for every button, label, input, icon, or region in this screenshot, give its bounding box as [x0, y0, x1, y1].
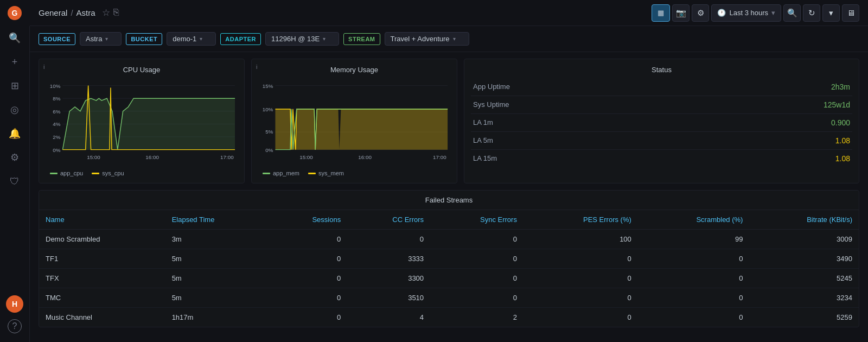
table-row: Demo Scrambled 3m 0 0 0 100 99 3009 [39, 230, 859, 249]
display-button[interactable]: 🖥 [842, 4, 859, 22]
col-sync-errors[interactable]: Sync Errors [430, 210, 524, 230]
add-icon[interactable]: + [0, 50, 30, 74]
svg-text:10%: 10% [263, 106, 273, 112]
status-row-sys-uptime: Sys Uptime 125w1d [471, 96, 852, 114]
memory-legend: app_mem sys_mem [258, 170, 450, 176]
help-icon[interactable]: ? [8, 319, 22, 333]
cell-elapsed: 5m [165, 288, 270, 308]
cell-bitrate: 3009 [749, 230, 859, 249]
cpu-chart-panel: i CPU Usage 10% 8% 6% 4% 2% 0% [39, 59, 245, 183]
camera-button[interactable]: 📷 [672, 4, 690, 22]
svg-text:8%: 8% [53, 96, 60, 102]
memory-info-icon[interactable]: i [256, 64, 257, 70]
la15m-label: LA 15m [473, 154, 497, 163]
cell-sessions: 0 [270, 230, 347, 249]
svg-marker-29 [275, 109, 448, 150]
cell-pes-errors: 0 [524, 269, 638, 288]
la5m-label: LA 5m [473, 136, 493, 145]
cell-pes-errors: 0 [524, 249, 638, 269]
sys-uptime-value: 125w1d [824, 100, 850, 109]
status-row-la1m: LA 1m 0.900 [471, 114, 852, 132]
explore-icon[interactable]: ◎ [0, 98, 30, 122]
cell-pes-errors: 0 [524, 308, 638, 327]
cell-elapsed: 5m [165, 269, 270, 288]
col-elapsed[interactable]: Elapsed Time [165, 210, 270, 230]
cell-bitrate: 3234 [749, 288, 859, 308]
stream-value: Travel + Adventure [391, 35, 450, 43]
svg-text:4%: 4% [53, 121, 60, 127]
source-dropdown[interactable]: Astra ▾ [80, 32, 122, 46]
sys-cpu-color [92, 173, 99, 174]
cell-cc-errors: 3300 [347, 269, 430, 288]
col-sessions[interactable]: Sessions [270, 210, 347, 230]
shield-icon[interactable]: 🛡 [0, 169, 30, 193]
cell-bitrate: 3490 [749, 249, 859, 269]
svg-text:17:00: 17:00 [433, 154, 446, 160]
cell-pes-errors: 100 [524, 230, 638, 249]
app-cpu-label: app_cpu [60, 170, 83, 176]
app-uptime-label: App Uptime [473, 83, 510, 91]
dropdown-button[interactable]: ▾ [822, 4, 840, 22]
cell-sync-errors: 0 [430, 230, 524, 249]
col-cc-errors[interactable]: CC Errors [347, 210, 430, 230]
la5m-value: 1.08 [835, 136, 850, 145]
cell-name: Demo Scrambled [39, 230, 165, 249]
sys-mem-color [308, 173, 316, 174]
adapter-value: 11296H @ 13E [271, 35, 320, 43]
share-icon[interactable]: ⎘ [113, 7, 119, 18]
table-row: TFX 5m 0 3300 0 0 0 5245 [39, 269, 859, 288]
charts-row: i CPU Usage 10% 8% 6% 4% 2% 0% [39, 59, 859, 183]
zoom-out-button[interactable]: 🔍 [783, 4, 801, 22]
sidebar: G 🔍 + ⊞ ◎ 🔔 ⚙ 🛡 H ? [0, 0, 30, 342]
cell-elapsed: 3m [165, 230, 270, 249]
sidebar-logo[interactable]: G [0, 0, 30, 26]
cell-bitrate: 5259 [749, 308, 859, 327]
status-table: App Uptime 2h3m Sys Uptime 125w1d LA 1m … [471, 78, 852, 167]
cpu-info-icon[interactable]: i [43, 64, 44, 70]
time-range-button[interactable]: 🕐 Last 3 hours ▾ [711, 4, 781, 22]
col-scrambled[interactable]: Scrambled (%) [638, 210, 750, 230]
cell-scrambled: 0 [638, 269, 750, 288]
refresh-button[interactable]: ↻ [803, 4, 820, 22]
visualize-button[interactable]: ▦ [652, 4, 670, 22]
bucket-dropdown[interactable]: demo-1 ▾ [167, 32, 216, 46]
svg-text:6%: 6% [53, 109, 60, 115]
cell-cc-errors: 0 [347, 230, 430, 249]
svg-text:16:00: 16:00 [145, 154, 159, 160]
cpu-legend-sys: sys_cpu [92, 170, 124, 176]
la15m-value: 1.08 [835, 154, 850, 163]
cell-bitrate: 5245 [749, 269, 859, 288]
panel-settings-button[interactable]: ⚙ [692, 4, 709, 22]
star-icon[interactable]: ☆ [102, 7, 110, 18]
topbar: General / Astra ☆ ⎘ ▦ 📷 ⚙ 🕐 Last 3 hours… [30, 0, 868, 26]
adapter-dropdown[interactable]: 11296H @ 13E ▾ [265, 32, 339, 46]
breadcrumb-general: General [39, 8, 67, 17]
breadcrumb-separator: / [71, 8, 73, 17]
time-range-label: Last 3 hours [729, 9, 768, 17]
cell-scrambled: 0 [638, 308, 750, 327]
dashboards-icon[interactable]: ⊞ [0, 74, 30, 98]
stream-arrow: ▾ [453, 36, 456, 42]
topbar-icons: ▦ 📷 ⚙ 🕐 Last 3 hours ▾ 🔍 ↻ ▾ 🖥 [652, 4, 859, 22]
memory-chart-svg: 15% 10% 5% 0% 15:00 16:00 17:00 [258, 78, 450, 165]
adapter-arrow: ▾ [323, 36, 326, 42]
content-area: i CPU Usage 10% 8% 6% 4% 2% 0% [30, 52, 868, 342]
svg-text:10%: 10% [50, 83, 61, 89]
svg-text:G: G [12, 9, 18, 17]
cell-pes-errors: 0 [524, 288, 638, 308]
search-icon[interactable]: 🔍 [0, 26, 30, 50]
settings-icon[interactable]: ⚙ [0, 145, 30, 169]
app-mem-label: app_mem [273, 170, 299, 176]
avatar[interactable]: H [6, 295, 23, 313]
bucket-label: BUCKET [126, 33, 162, 45]
col-bitrate[interactable]: Bitrate (KBit/s) [749, 210, 859, 230]
cell-sync-errors: 0 [430, 288, 524, 308]
col-name[interactable]: Name [39, 210, 165, 230]
cell-name: TF1 [39, 249, 165, 269]
alerts-icon[interactable]: 🔔 [0, 122, 30, 145]
svg-text:5%: 5% [265, 129, 273, 135]
memory-chart-title: Memory Usage [258, 66, 450, 74]
col-pes-errors[interactable]: PES Errors (%) [524, 210, 638, 230]
svg-text:15:00: 15:00 [87, 154, 100, 160]
stream-dropdown[interactable]: Travel + Adventure ▾ [385, 32, 469, 46]
